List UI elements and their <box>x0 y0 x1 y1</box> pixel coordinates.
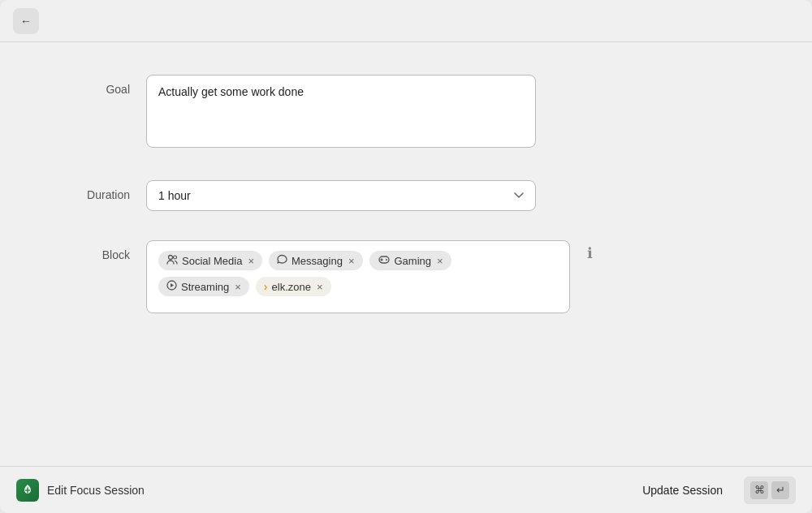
update-session-button[interactable]: Update Session <box>628 476 737 504</box>
svg-point-0 <box>169 256 173 260</box>
duration-control: 30 minutes 1 hour 2 hours 3 hours 4 hour… <box>146 180 536 211</box>
content-area: Goal Actually get some work done Duratio… <box>0 42 812 466</box>
info-button[interactable]: ℹ <box>578 242 601 265</box>
tag-messaging-label: Messaging <box>292 255 343 267</box>
tag-streaming[interactable]: Streaming × <box>158 277 249 296</box>
svg-point-1 <box>174 256 177 259</box>
bottom-title: Edit Focus Session <box>47 484 145 497</box>
tag-streaming-label: Streaming <box>181 281 229 293</box>
keyboard-shortcut: ⌘ ↵ <box>744 476 796 504</box>
tag-streaming-close[interactable]: × <box>235 282 241 292</box>
tag-elk-zone-label: elk.zone <box>272 281 311 293</box>
tag-gaming-close[interactable]: × <box>437 256 443 266</box>
elk-icon: › <box>264 280 268 293</box>
streaming-icon <box>166 280 177 293</box>
tags-line-1: Social Media × Messaging × <box>158 251 558 270</box>
app-icon <box>16 479 39 502</box>
block-label: Block <box>49 240 146 261</box>
goal-label: Goal <box>49 75 146 96</box>
tag-elk-zone-close[interactable]: × <box>317 282 323 292</box>
goal-input[interactable]: Actually get some work done <box>146 75 536 148</box>
main-window: ← Goal Actually get some work done Durat… <box>0 0 812 513</box>
tags-line-2: Streaming × › elk.zone × <box>158 277 558 296</box>
tag-social-media-close[interactable]: × <box>248 256 254 266</box>
tag-social-media-label: Social Media <box>182 255 242 267</box>
tag-gaming[interactable]: Gaming × <box>369 251 451 270</box>
people-icon <box>166 254 178 267</box>
svg-marker-7 <box>171 283 174 287</box>
tag-social-media[interactable]: Social Media × <box>158 251 262 270</box>
cmd-key: ⌘ <box>750 481 768 499</box>
chat-icon <box>277 254 287 267</box>
duration-label: Duration <box>49 180 146 201</box>
tag-messaging[interactable]: Messaging × <box>269 251 362 270</box>
duration-select[interactable]: 30 minutes 1 hour 2 hours 3 hours 4 hour… <box>146 180 536 211</box>
bottom-left: Edit Focus Session <box>16 479 145 502</box>
svg-point-5 <box>386 259 387 261</box>
return-key: ↵ <box>771 481 789 499</box>
block-control: Social Media × Messaging × <box>146 240 601 313</box>
goal-row: Goal Actually get some work done <box>49 75 763 151</box>
bottom-bar: Edit Focus Session Update Session ⌘ ↵ <box>0 466 812 513</box>
bottom-right: Update Session ⌘ ↵ <box>628 476 796 504</box>
tag-messaging-close[interactable]: × <box>348 256 355 266</box>
block-row: Block <box>49 240 763 313</box>
tag-elk-zone[interactable]: › elk.zone × <box>256 277 331 296</box>
goal-control: Actually get some work done <box>146 75 536 151</box>
info-icon: ℹ <box>587 244 593 262</box>
block-tags-container: Social Media × Messaging × <box>146 240 570 313</box>
gaming-icon <box>378 255 391 267</box>
back-icon: ← <box>20 15 32 28</box>
back-button[interactable]: ← <box>13 8 39 34</box>
tag-gaming-label: Gaming <box>395 255 432 267</box>
title-bar: ← <box>0 0 812 42</box>
duration-row: Duration 30 minutes 1 hour 2 hours 3 hou… <box>49 180 763 211</box>
